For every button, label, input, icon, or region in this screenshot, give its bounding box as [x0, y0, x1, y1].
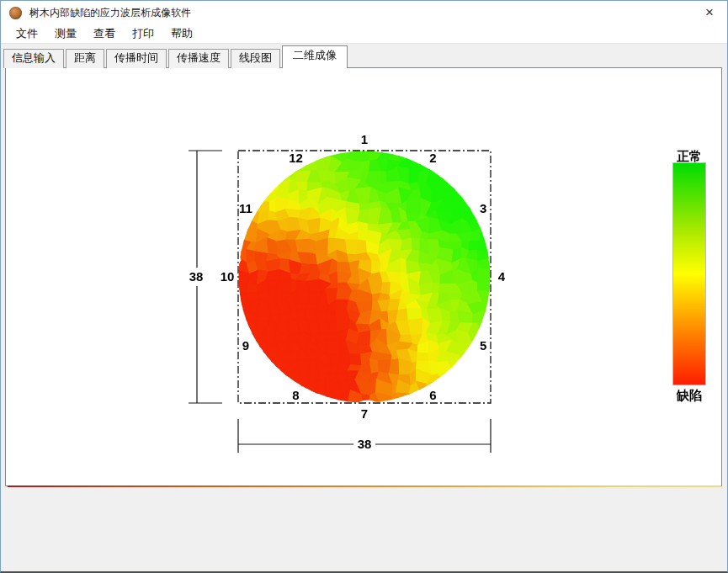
tab-propagation-time[interactable]: 传播时间 [106, 49, 167, 68]
legend-defect-label: 缺陷 [664, 388, 715, 404]
app-window: 树木内部缺陷的应力波层析成像软件 × 文件 测量 查看 打印 帮助 信息输入 距… [0, 0, 728, 573]
tab-propagation-speed[interactable]: 传播速度 [168, 49, 229, 68]
title-bar: 树木内部缺陷的应力波层析成像软件 × [1, 1, 727, 24]
tab-info-input[interactable]: 信息输入 [3, 49, 64, 68]
menu-file[interactable]: 文件 [8, 24, 46, 44]
window-title: 树木内部缺陷的应力波层析成像软件 [29, 6, 191, 20]
detection-info-panel: 检测时间 检测地点 检测人 检测单位 树木信息备注 串口关闭 [1, 487, 727, 571]
tab-2d-imaging[interactable]: 二维成像 [282, 45, 348, 68]
menu-measure[interactable]: 测量 [46, 24, 85, 44]
app-icon [9, 7, 22, 19]
menu-view[interactable]: 查看 [85, 24, 124, 44]
legend-gradient-bar [672, 162, 706, 385]
menu-bar: 文件 测量 查看 打印 帮助 [1, 24, 727, 44]
tab-line-diagram[interactable]: 线段图 [231, 49, 280, 68]
menu-help[interactable]: 帮助 [162, 24, 201, 44]
tab-strip: 信息输入 距离 传播时间 传播速度 线段图 二维成像 [1, 45, 727, 68]
tab-distance[interactable]: 距离 [66, 49, 104, 68]
tomogram-heatmap [238, 151, 491, 403]
close-button[interactable]: × [692, 1, 727, 24]
menu-print[interactable]: 打印 [124, 24, 162, 44]
